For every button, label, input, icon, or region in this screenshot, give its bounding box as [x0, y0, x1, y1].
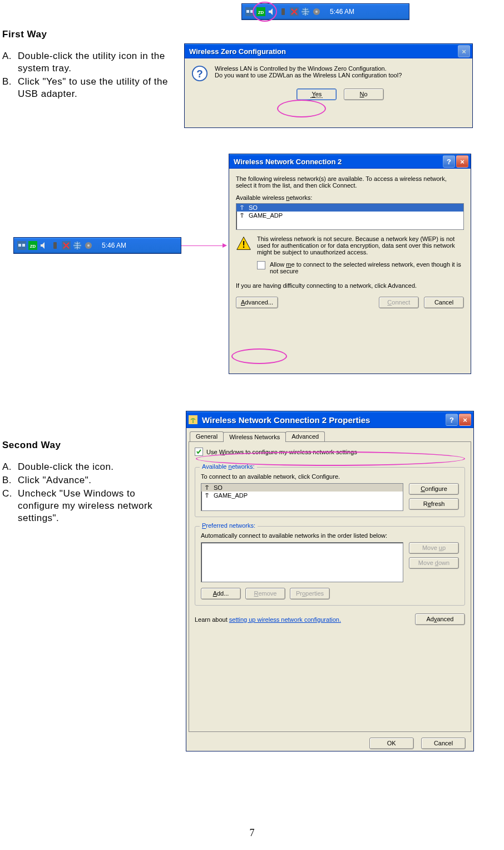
- dialog-line1: Wireless LAN is Controlled by the Window…: [215, 65, 466, 72]
- antenna-icon: [239, 212, 245, 219]
- second-way-step-c: C.Uncheck "Use Windows to configure my w…: [2, 488, 175, 524]
- learn-text: Learn about setting up wireless network …: [195, 616, 341, 623]
- first-way-step-b: B.Click "Yes" to use the utility of the …: [2, 76, 169, 100]
- second-way-steps: A.Double-click the icon. B.Click "Advanc…: [2, 461, 175, 525]
- title-text: Wireless Network Connection 2: [231, 158, 443, 166]
- close-icon: ×: [458, 45, 470, 57]
- warning-text: This wireless network is not secure. Bec…: [257, 235, 464, 256]
- network-name: GAME_ADP: [214, 492, 248, 499]
- properties-button: Properties: [290, 588, 330, 600]
- intro-text: The following wireless network(s) are av…: [236, 175, 464, 189]
- dialog-properties: Wireless Network Connection 2 Properties…: [186, 411, 474, 751]
- tab-strip: General Wireless Networks Advanced: [186, 428, 473, 441]
- close-icon[interactable]: ×: [459, 414, 471, 426]
- list-item[interactable]: GAME_ADP: [201, 492, 403, 499]
- ok-button[interactable]: OK: [369, 738, 414, 749]
- tab-general[interactable]: General: [190, 431, 224, 441]
- svg-point-25: [87, 244, 90, 247]
- cancel-button[interactable]: Cancel: [421, 738, 466, 749]
- warning-icon: !: [236, 235, 251, 251]
- wireless-icon: [189, 415, 197, 424]
- available-networks-list[interactable]: SO GAME_ADP: [236, 203, 464, 230]
- available-desc: To connect to an available network, clic…: [201, 473, 459, 480]
- antenna-icon: [239, 204, 245, 211]
- checkmark-icon: [196, 449, 202, 455]
- cancel-button[interactable]: Cancel: [424, 297, 464, 308]
- first-way-steps: A.Double-click the utility icon in the s…: [2, 50, 169, 101]
- zd-utility-icon[interactable]: ZD: [28, 241, 37, 250]
- usb-icon: [51, 241, 60, 250]
- close-icon[interactable]: ×: [456, 155, 468, 168]
- usb-icon: [279, 7, 288, 16]
- speaker-icon: [84, 241, 93, 250]
- network-name: SO: [249, 204, 258, 211]
- tab-panel: Use Windows to configure my wireless net…: [189, 441, 471, 732]
- system-tray: ZD 5:46 AM: [241, 3, 409, 20]
- dialog-wireless-connection: Wireless Network Connection 2 ? × The fo…: [229, 154, 471, 374]
- help-icon[interactable]: ?: [443, 155, 455, 168]
- antenna-icon: [204, 484, 210, 491]
- title-text: Wireless Network Connection 2 Properties: [200, 415, 446, 425]
- preferred-list[interactable]: [201, 542, 403, 582]
- connect-button: Connect: [379, 297, 419, 308]
- titlebar[interactable]: Wireless Network Connection 2 ? ×: [229, 154, 471, 169]
- available-list[interactable]: SO GAME_ADP: [201, 483, 403, 511]
- allow-checkbox[interactable]: [257, 261, 265, 269]
- antenna-icon: [204, 492, 210, 499]
- title-text: Wireless Zero Configuration: [187, 47, 458, 56]
- learn-link[interactable]: setting up wireless network configuratio…: [229, 616, 341, 623]
- list-item[interactable]: SO: [201, 484, 403, 492]
- volume-icon: [268, 7, 276, 16]
- svg-text:ZD: ZD: [258, 10, 264, 15]
- difficulty-text: If you are having difficulty connecting …: [236, 282, 464, 289]
- arrow-head-icon: [223, 243, 227, 248]
- preferred-networks-group: Preferred networks: Automatically connec…: [195, 526, 465, 606]
- globe-icon: [73, 241, 82, 250]
- svg-point-11: [315, 11, 318, 13]
- titlebar[interactable]: Wireless Zero Configuration ×: [185, 44, 472, 58]
- network-name: GAME_ADP: [249, 212, 283, 219]
- page: ZD 5:46 AM First Way A.Double-click the …: [0, 0, 504, 850]
- svg-rect-15: [18, 244, 21, 247]
- tab-wireless-networks[interactable]: Wireless Networks: [223, 432, 286, 442]
- dialog-body: ? Wireless LAN is Controlled by the Wind…: [185, 58, 472, 107]
- group-title: Preferred networks:: [200, 522, 258, 529]
- advanced-button[interactable]: Advanced...: [236, 297, 278, 308]
- use-windows-checkbox[interactable]: [195, 448, 203, 456]
- tab-advanced[interactable]: Advanced: [285, 431, 325, 441]
- svg-text:ZD: ZD: [30, 244, 36, 249]
- network-disabled-icon: [62, 241, 71, 250]
- tray-icon-group-2: ZD: [14, 241, 96, 250]
- remove-button: Remove: [245, 588, 285, 600]
- second-way-step-b: B.Click "Advance".: [2, 474, 175, 487]
- arrow-line: [181, 245, 223, 246]
- yes-button[interactable]: Yes: [297, 89, 337, 100]
- dialog-wireless-zero-config: Wireless Zero Configuration × ? Wireless…: [184, 43, 473, 128]
- use-windows-label: Use Windows to configure my wireless net…: [206, 449, 357, 455]
- add-button[interactable]: Add...: [201, 588, 241, 600]
- checkbox-label: Allow me to connect to the selected wire…: [270, 261, 464, 274]
- titlebar[interactable]: Wireless Network Connection 2 Properties…: [186, 411, 473, 428]
- no-button[interactable]: No: [344, 89, 384, 100]
- move-up-button: Move up: [409, 542, 459, 554]
- network-icon: [17, 241, 26, 250]
- svg-rect-2: [250, 10, 253, 13]
- list-item[interactable]: GAME_ADP: [236, 212, 463, 219]
- clock: 5:46 AM: [96, 242, 132, 249]
- svg-rect-1: [246, 10, 249, 13]
- list-item[interactable]: SO: [236, 204, 463, 212]
- zd-utility-icon[interactable]: ZD: [256, 7, 265, 16]
- clock: 5:46 AM: [324, 8, 360, 16]
- configure-button[interactable]: Configure: [409, 483, 459, 495]
- tray-icon-group: ZD: [242, 7, 324, 16]
- page-number: 7: [0, 827, 504, 839]
- network-name: SO: [214, 484, 223, 491]
- advanced-button[interactable]: Advanced: [415, 613, 465, 625]
- volume-icon: [39, 241, 48, 250]
- network-disabled-icon: [290, 7, 299, 16]
- svg-text:?: ?: [196, 68, 202, 80]
- svg-rect-16: [22, 244, 25, 247]
- refresh-button[interactable]: Refresh: [409, 498, 459, 510]
- help-icon[interactable]: ?: [446, 414, 458, 426]
- network-icon: [245, 7, 254, 16]
